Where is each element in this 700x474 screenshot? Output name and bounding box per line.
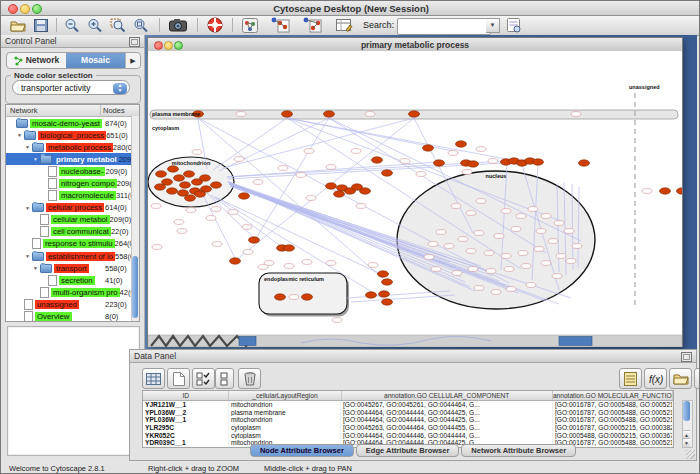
table-col-header[interactable]: _cellularLayoutRegion xyxy=(229,391,341,400)
network-node-unselected[interactable] xyxy=(484,251,494,256)
combo-stepper-icon[interactable]: ▲▼ xyxy=(113,83,127,94)
tab-overflow-icon[interactable]: ▶ xyxy=(125,53,140,68)
new-attribute-icon[interactable] xyxy=(167,368,190,389)
network-node-unselected[interactable] xyxy=(304,149,314,154)
tree-col-nodes[interactable]: Nodes xyxy=(101,105,139,116)
tree-scrollbar[interactable] xyxy=(131,116,139,321)
tab-edge-attribute-browser[interactable]: Edge Attribute Browser xyxy=(356,444,459,457)
birds-eye-view[interactable] xyxy=(7,326,140,456)
unselect-attributes-icon[interactable] xyxy=(215,368,234,389)
network-node-unselected[interactable] xyxy=(452,271,462,276)
network-node-unselected[interactable] xyxy=(428,242,438,247)
table-row[interactable]: YPL036W__1mitochondrion[GO:0044464, GO:0… xyxy=(143,416,673,424)
network-node-selected[interactable] xyxy=(302,294,313,300)
network-node-unselected[interactable] xyxy=(548,239,558,244)
network-node-unselected[interactable] xyxy=(476,147,486,152)
expand-arrow-icon[interactable]: ▼ xyxy=(25,144,32,150)
network-node-selected[interactable] xyxy=(366,292,377,298)
network-node-unselected[interactable] xyxy=(526,283,536,288)
network-node-selected[interactable] xyxy=(423,145,434,151)
table-col-header[interactable]: annotation.GO MOLECULAR_FUNCTION xyxy=(553,391,673,400)
network-node-unselected[interactable] xyxy=(228,210,238,215)
network-node-unselected[interactable] xyxy=(474,231,484,236)
tree-row[interactable]: unassigned223(0) xyxy=(6,298,139,310)
expand-arrow-icon[interactable]: ▼ xyxy=(25,205,32,211)
zoom-in-icon[interactable] xyxy=(84,16,106,34)
tree-row[interactable]: ▼biological_process651(0) xyxy=(6,129,139,141)
tree-row[interactable]: response to stimulu264(0) xyxy=(6,238,139,250)
expand-arrow-icon[interactable]: ▼ xyxy=(33,265,40,271)
network-node-unselected[interactable] xyxy=(642,189,652,194)
network-node-unselected[interactable] xyxy=(206,216,216,221)
network-node-unselected[interactable] xyxy=(528,207,538,212)
network-node-selected[interactable] xyxy=(282,111,293,117)
network-node-unselected[interactable] xyxy=(506,287,516,292)
network-node-unselected[interactable] xyxy=(466,211,476,216)
attribute-table[interactable]: ID_cellularLayoutRegionannotation.GO CEL… xyxy=(142,390,674,448)
network-view-window[interactable]: primary metabolic process plasma membran… xyxy=(147,37,683,347)
network-node-selected[interactable] xyxy=(660,188,671,194)
network-node-unselected[interactable] xyxy=(431,267,441,272)
network-node-unselected[interactable] xyxy=(296,173,306,178)
network-node-unselected[interactable] xyxy=(306,196,316,201)
network-node-unselected[interactable] xyxy=(541,214,551,219)
network-node-unselected[interactable] xyxy=(234,157,244,162)
tree-row[interactable]: multi-organism pro42(0) xyxy=(6,286,139,298)
network-node-unselected[interactable] xyxy=(368,263,378,268)
network-node-unselected[interactable] xyxy=(451,204,461,209)
network-node-selected[interactable] xyxy=(409,111,420,117)
select-attributes-icon[interactable] xyxy=(192,368,215,389)
tree-row[interactable]: ▼establishment of lo558(0) xyxy=(6,250,139,262)
float-panel-icon[interactable] xyxy=(681,352,692,362)
attribute-table-icon[interactable] xyxy=(333,16,355,34)
zoom-fit-icon[interactable] xyxy=(130,16,152,34)
network-node-unselected[interactable] xyxy=(476,199,486,204)
network-node-unselected[interactable] xyxy=(462,170,472,175)
search-dropdown-icon[interactable]: ▼ xyxy=(486,18,500,33)
network-node-unselected[interactable] xyxy=(518,251,528,256)
network-node-unselected[interactable] xyxy=(458,237,468,242)
tree-scrollbar-thumb[interactable] xyxy=(132,256,138,318)
layout-edges-icon[interactable] xyxy=(301,16,323,34)
network-view-titlebar[interactable]: primary metabolic process xyxy=(148,38,682,52)
network-node-selected[interactable] xyxy=(334,191,345,197)
search-settings-icon[interactable] xyxy=(503,16,525,34)
save-icon[interactable] xyxy=(30,16,52,34)
network-node-unselected[interactable] xyxy=(552,274,562,279)
table-col-header[interactable]: annotation.GO CELLULAR_COMPONENT xyxy=(342,391,553,400)
network-node-unselected[interactable] xyxy=(326,261,336,266)
network-node-unselected[interactable] xyxy=(351,149,361,154)
open-file-icon[interactable] xyxy=(7,16,29,34)
network-node-unselected[interactable] xyxy=(289,295,299,300)
network-node-unselected[interactable] xyxy=(284,264,294,269)
zoom-out-icon[interactable] xyxy=(61,16,83,34)
tab-node-attribute-browser[interactable]: Node Attribute Browser xyxy=(250,444,354,457)
tree-row[interactable]: ▼cellular process614(0) xyxy=(6,202,139,214)
network-node-selected[interactable] xyxy=(167,188,178,194)
network-node-selected[interactable] xyxy=(230,258,241,264)
network-node-unselected[interactable] xyxy=(556,254,566,259)
tree-row[interactable]: cell communicat22(0) xyxy=(6,226,139,238)
expand-arrow-icon[interactable]: ▼ xyxy=(33,156,40,162)
network-node-unselected[interactable] xyxy=(152,245,162,250)
network-node-selected[interactable] xyxy=(379,291,390,297)
node-color-attribute-select[interactable]: transporter activity ▲▼ xyxy=(12,80,130,95)
network-node-unselected[interactable] xyxy=(436,230,446,235)
network-node-unselected[interactable] xyxy=(332,318,342,323)
network-node-selected[interactable] xyxy=(326,183,337,189)
network-node-unselected[interactable] xyxy=(278,166,288,171)
network-node-unselected[interactable] xyxy=(501,254,511,259)
network-node-unselected[interactable] xyxy=(186,208,196,213)
table-row[interactable]: YJR121W__1mitochondrion[GO:0045267, GO:0… xyxy=(143,401,673,409)
table-scrollbar[interactable]: ▲ ▼ xyxy=(682,400,693,448)
network-node-unselected[interactable] xyxy=(494,234,504,239)
network-node-selected[interactable] xyxy=(249,237,260,243)
table-row[interactable]: YKR052Ccytoplasm[GO:0044464, GO:0044446,… xyxy=(143,432,673,440)
help-ring-icon[interactable] xyxy=(204,16,226,34)
zoom-selected-icon[interactable] xyxy=(107,16,129,34)
network-node-unselected[interactable] xyxy=(534,247,544,252)
tree-col-network[interactable]: Network xyxy=(6,105,101,116)
network-node-selected[interactable] xyxy=(382,170,393,176)
network-node-unselected[interactable] xyxy=(554,221,564,226)
network-node-selected[interactable] xyxy=(180,182,191,188)
